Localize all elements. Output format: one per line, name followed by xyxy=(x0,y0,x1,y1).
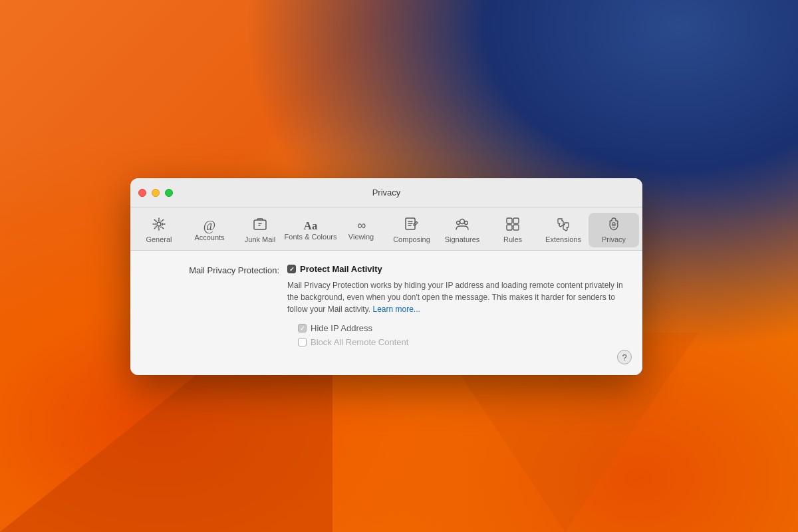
traffic-lights xyxy=(138,189,173,197)
content-column: Protect Mail Activity Mail Privacy Prote… xyxy=(287,264,626,351)
extensions-icon xyxy=(556,217,571,234)
toolbar-item-signatures[interactable]: Signatures xyxy=(437,213,487,247)
titlebar: Privacy xyxy=(130,178,642,207)
accounts-label: Accounts xyxy=(194,233,224,241)
toolbar-item-privacy[interactable]: Privacy xyxy=(589,213,639,247)
toolbar-item-viewing[interactable]: ∞ Viewing xyxy=(336,215,386,245)
viewing-label: Viewing xyxy=(348,233,374,241)
block-remote-checkbox[interactable] xyxy=(298,338,307,346)
mail-preferences-window: Privacy General @ Accounts xyxy=(130,178,642,375)
toolbar-item-extensions[interactable]: Extensions xyxy=(538,213,589,247)
description-text: Mail Privacy Protection works by hiding … xyxy=(287,279,626,315)
toolbar-item-general[interactable]: General xyxy=(134,213,184,247)
minimize-button[interactable] xyxy=(152,189,160,197)
hide-ip-row: Hide IP Address xyxy=(298,323,626,333)
help-button[interactable]: ? xyxy=(617,350,632,364)
maximize-button[interactable] xyxy=(165,189,173,197)
junkmail-label: Junk Mail xyxy=(245,235,275,243)
toolbar-item-accounts[interactable]: @ Accounts xyxy=(184,215,235,245)
privacy-icon xyxy=(606,217,621,234)
block-remote-label: Block All Remote Content xyxy=(311,337,408,347)
svg-rect-10 xyxy=(513,225,519,230)
protect-checkbox[interactable] xyxy=(287,265,296,273)
toolbar-item-fonts[interactable]: Aa Fonts & Colours xyxy=(285,216,336,245)
svg-point-5 xyxy=(457,221,460,225)
hide-ip-label: Hide IP Address xyxy=(311,323,372,333)
rules-icon xyxy=(505,217,520,234)
general-label: General xyxy=(146,235,172,243)
protect-label: Protect Mail Activity xyxy=(300,264,382,274)
extensions-label: Extensions xyxy=(545,235,581,243)
svg-rect-2 xyxy=(254,220,266,229)
section-label: Mail Privacy Protection: xyxy=(146,264,279,275)
rules-label: Rules xyxy=(503,235,522,243)
viewing-icon: ∞ xyxy=(358,219,365,231)
svg-rect-7 xyxy=(507,218,512,223)
composing-icon xyxy=(404,217,419,234)
fonts-icon: Aa xyxy=(304,220,318,231)
mail-privacy-row: Mail Privacy Protection: Protect Mail Ac… xyxy=(146,264,626,351)
svg-point-0 xyxy=(157,222,161,226)
signatures-icon xyxy=(455,217,469,234)
svg-point-4 xyxy=(460,219,465,224)
window-title: Privacy xyxy=(372,188,401,198)
accounts-icon: @ xyxy=(203,219,215,232)
fonts-label: Fonts & Colours xyxy=(285,233,337,241)
general-icon xyxy=(152,217,166,234)
protect-row: Protect Mail Activity xyxy=(287,264,626,274)
close-button[interactable] xyxy=(138,189,146,197)
learn-more-link[interactable]: Learn more... xyxy=(373,305,420,314)
toolbar-item-junkmail[interactable]: Junk Mail xyxy=(235,213,285,247)
svg-point-6 xyxy=(465,221,468,225)
composing-label: Composing xyxy=(393,235,430,243)
hide-ip-checkbox[interactable] xyxy=(298,324,307,332)
svg-rect-9 xyxy=(507,225,512,230)
toolbar-item-rules[interactable]: Rules xyxy=(487,213,538,247)
content-area: Mail Privacy Protection: Protect Mail Ac… xyxy=(130,251,642,375)
svg-rect-8 xyxy=(513,218,519,223)
privacy-label: Privacy xyxy=(602,235,626,243)
block-remote-row: Block All Remote Content xyxy=(298,337,626,347)
signatures-label: Signatures xyxy=(445,235,480,243)
svg-point-1 xyxy=(156,221,163,228)
toolbar-item-composing[interactable]: Composing xyxy=(386,213,437,247)
junkmail-icon xyxy=(253,217,267,234)
toolbar: General @ Accounts Junk Mail Aa Fonts & … xyxy=(130,207,642,251)
